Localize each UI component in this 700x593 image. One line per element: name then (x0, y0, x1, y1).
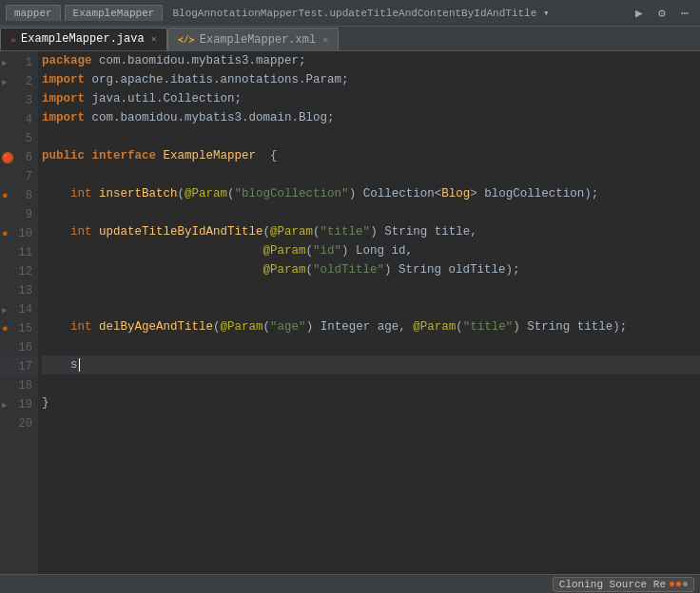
line-12: 12 (0, 262, 38, 281)
java-icon: ☕ (10, 33, 16, 45)
code-line-7 (42, 165, 700, 184)
line-15: ● 15 (0, 319, 38, 338)
line-19: ▶ 19 (0, 395, 38, 414)
code-line-9 (42, 203, 700, 222)
code-line-18 (42, 374, 700, 393)
code-line-1: package com.baomidou.mybatis3.mapper; (42, 51, 700, 70)
code-line-20 (42, 412, 700, 431)
close-xml-icon[interactable]: ✕ (322, 34, 328, 46)
tab-mapper[interactable]: mapper (6, 5, 61, 21)
fold-icon-2[interactable]: ▶ (2, 77, 7, 87)
status-bar: Cloning Source Re (0, 574, 700, 593)
top-navbar: mapper ExampleMapper BlogAnnotationMappe… (0, 0, 700, 27)
tab-mapper-label: mapper (14, 8, 52, 19)
code-line-16 (42, 336, 700, 355)
bean-icon-6: 🔴 (2, 152, 13, 163)
toolbar-right: ▶ ⚙ ⋯ (630, 4, 694, 23)
app-window: mapper ExampleMapper BlogAnnotationMappe… (0, 0, 700, 593)
code-editor: ▶ 1 ▶ 2 3 4 5 🔴 6 7 ● 8 9 ● 10 (0, 51, 700, 574)
code-line-11: @Param("id") Long id, (42, 241, 700, 260)
bean-icon-10: ● (2, 228, 9, 239)
progress-indicator (670, 582, 688, 586)
bean-icon-15: ● (2, 323, 9, 335)
close-java-icon[interactable]: ✕ (151, 33, 157, 45)
line-10: ● 10 (0, 224, 38, 243)
tab-examplemapper-label: ExampleMapper (73, 8, 155, 19)
file-tab-xml[interactable]: ≺/≻ ExampleMapper.xml ✕ (167, 28, 340, 50)
fold-icon-1[interactable]: ▶ (2, 58, 7, 68)
code-line-17: s (42, 355, 700, 374)
line-9: 9 (0, 205, 38, 224)
line-6: 🔴 6 (0, 148, 38, 167)
dot-1 (670, 582, 674, 586)
line-number-gutter: ▶ 1 ▶ 2 3 4 5 🔴 6 7 ● 8 9 ● 10 (0, 51, 38, 574)
line-2: ▶ 2 (0, 72, 38, 91)
line-11: 11 (0, 243, 38, 262)
code-line-19: } (42, 393, 700, 412)
tab-examplemapper[interactable]: ExampleMapper (65, 5, 164, 21)
breadcrumb: BlogAnnotationMapperTest.updateTitleAndC… (166, 7, 554, 19)
line-1: ▶ 1 (0, 53, 38, 72)
run-button[interactable]: ▶ (630, 4, 649, 23)
cloning-label: Cloning Source Re (559, 579, 666, 590)
code-line-5 (42, 127, 700, 146)
line-4: 4 (0, 110, 38, 129)
code-line-15: int delByAgeAndTitle(@Param("age") Integ… (42, 317, 700, 336)
code-line-10: int updateTitleByIdAndTitle(@Param("titl… (42, 222, 700, 241)
file-tabs: ☕ ExampleMapper.java ✕ ≺/≻ ExampleMapper… (0, 27, 700, 51)
code-line-2: import org.apache.ibatis.annotations.Par… (42, 70, 700, 89)
line-3: 3 (0, 91, 38, 110)
code-line-14 (42, 298, 700, 317)
code-line-12: @Param("oldTitle") String oldTitle); (42, 260, 700, 279)
fold-icon-19[interactable]: ▶ (2, 400, 7, 411)
code-line-6: public interface ExampleMapper { (42, 146, 700, 165)
settings-button[interactable]: ⚙ (652, 4, 671, 23)
line-16: 16 (0, 338, 38, 357)
file-tab-java[interactable]: ☕ ExampleMapper.java ✕ (0, 28, 167, 50)
line-7: 7 (0, 167, 38, 186)
xml-icon: ≺/≻ (178, 34, 195, 46)
bean-icon-8: ● (2, 190, 9, 201)
code-content[interactable]: package com.baomidou.mybatis3.mapper; im… (38, 51, 700, 574)
line-14: ▶ 14 (0, 300, 38, 319)
text-cursor (79, 358, 80, 372)
file-tab-xml-label: ExampleMapper.xml (200, 33, 316, 47)
line-5: 5 (0, 129, 38, 148)
fold-icon-14[interactable]: ▶ (2, 305, 7, 316)
file-tab-java-label: ExampleMapper.java (21, 32, 145, 46)
code-line-3: import java.util.Collection; (42, 89, 700, 108)
line-8: ● 8 (0, 186, 38, 205)
code-line-8: int insertBatch(@Param("blogCollection")… (42, 184, 700, 203)
dot-3 (683, 582, 688, 586)
code-line-4: import com.baomidou.mybatis3.domain.Blog… (42, 108, 700, 127)
line-13: 13 (0, 281, 38, 300)
cloning-status: Cloning Source Re (553, 577, 694, 592)
code-line-13 (42, 279, 700, 298)
line-18: 18 (0, 376, 38, 395)
more-button[interactable]: ⋯ (675, 4, 694, 23)
dot-2 (676, 582, 681, 586)
line-17: 17 (0, 357, 38, 376)
line-20: 20 (0, 414, 38, 433)
